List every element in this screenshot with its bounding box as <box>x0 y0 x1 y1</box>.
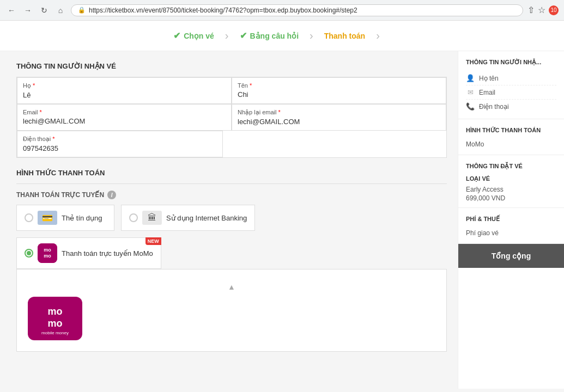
ho-input[interactable] <box>23 91 226 99</box>
form-row-email: Email * Nhập lại email * <box>17 104 446 131</box>
notification-badge: 10 <box>549 5 559 15</box>
step-arrow-2: › <box>310 29 313 42</box>
phone-input[interactable] <box>23 144 217 152</box>
phone-label: Điện thoại * <box>23 136 217 143</box>
sidebar-phi-giao-ve: Phí giao vé <box>466 228 556 238</box>
sidebar-price-value: 699,000 VND <box>466 194 556 202</box>
payment-option-momo[interactable]: mo mo Thanh toán trực tuyến MoMo NEW <box>16 237 161 269</box>
sidebar-loai-ve-value: Early Access <box>466 185 556 194</box>
step-label-thanh-toan: Thanh toán <box>324 32 365 40</box>
home-button[interactable]: ⌂ <box>54 4 66 16</box>
new-badge: NEW <box>145 237 161 245</box>
sidebar-payment-title: HÌNH THỨC THANH TOÁN <box>466 127 556 134</box>
momo-label: Thanh toán trực tuyến MoMo <box>62 249 153 258</box>
form-row-phone: Điện thoại * <box>17 131 446 157</box>
step-check-chon-ve: ✔ <box>173 30 180 41</box>
phone-icon: 📞 <box>466 102 475 111</box>
sidebar-loai-ve-label: Loại vé <box>466 175 556 182</box>
momo-logo-large: mo mo mobile money <box>28 297 82 340</box>
recipient-section-title: THÔNG TIN NGƯỜI NHẬN VÉ <box>16 62 447 70</box>
sidebar-ho-ten-label: Họ tên <box>479 75 499 82</box>
payment-options: 💳 Thẻ tín dụng 🏛 Sử dụng Internet Bankin… <box>16 205 447 231</box>
credit-card-icon: 💳 <box>38 211 57 225</box>
sidebar-email-label: Email <box>479 89 495 96</box>
step-check-bang-cau-hoi: ✔ <box>240 30 247 41</box>
momo-option-row: mo mo Thanh toán trực tuyến MoMo NEW <box>16 237 447 269</box>
step-thanh-toan: Thanh toán <box>324 32 365 40</box>
lock-icon: 🔒 <box>78 7 86 14</box>
momo-panel-chevron[interactable]: ▲ <box>28 283 435 291</box>
step-bang-cau-hoi: ✔ Bảng câu hỏi <box>240 30 299 41</box>
sidebar: THÔNG TIN NGƯỜI NHẬ... 👤 Họ tên ✉ Email … <box>458 51 564 389</box>
internet-banking-icon: 🏛 <box>142 211 162 225</box>
sidebar-fee-section: PHÍ & THUẾ Phí giao vé <box>458 208 564 244</box>
payment-divider <box>16 183 447 184</box>
sidebar-payment-section: HÌNH THỨC THANH TOÁN MoMo <box>458 119 564 155</box>
payment-option-credit-card[interactable]: 💳 Thẻ tín dụng <box>16 205 114 231</box>
payment-section-title: HÌNH THỨC THANH TOÁN <box>16 169 447 177</box>
browser-actions: ⇧ ☆ 10 <box>527 5 559 15</box>
credit-card-label: Thẻ tín dụng <box>62 214 102 222</box>
back-button[interactable]: ← <box>5 4 17 16</box>
svg-text:mo: mo <box>48 318 63 329</box>
sidebar-ho-ten: 👤 Họ tên <box>466 71 556 85</box>
browser-chrome: ← → ↻ ⌂ 🔒 https://ticketbox.vn/event/875… <box>0 0 564 21</box>
ten-label: Tên * <box>238 82 440 89</box>
momo-icon: mo mo <box>38 243 57 263</box>
sidebar-order-section: THÔNG TIN ĐẶT VÉ Loại vé Early Access 69… <box>458 155 564 208</box>
ten-input[interactable] <box>238 90 440 99</box>
url-text: https://ticketbox.vn/event/87500/ticket-… <box>89 7 357 14</box>
internet-banking-label: Sử dụng Internet Banking <box>166 214 247 222</box>
sidebar-phone-label: Điện thoại <box>479 103 509 111</box>
step-label-bang-cau-hoi: Bảng câu hỏi <box>250 32 299 40</box>
step-chon-ve: ✔ Chọn vé <box>173 30 214 41</box>
momo-radio[interactable] <box>25 249 33 258</box>
sidebar-order-title: THÔNG TIN ĐẶT VÉ <box>466 163 556 170</box>
momo-panel: ▲ mo mo mobile money <box>16 269 447 352</box>
form-field-ho: Họ * <box>17 77 232 104</box>
internet-banking-radio[interactable] <box>129 213 138 222</box>
sidebar-total-button[interactable]: Tổng cộng <box>458 244 564 268</box>
credit-card-radio[interactable] <box>25 213 33 222</box>
reload-button[interactable]: ↻ <box>38 4 50 16</box>
sidebar-email: ✉ Email <box>466 85 556 100</box>
email-icon: ✉ <box>466 88 475 96</box>
email-input[interactable] <box>23 117 226 125</box>
bookmark-button[interactable]: ☆ <box>538 5 545 15</box>
form-field-email-repeat: Nhập lại email * <box>232 104 446 131</box>
sidebar-fee-title: PHÍ & THUẾ <box>466 216 556 223</box>
step-arrow-1: › <box>225 29 229 42</box>
url-bar[interactable]: 🔒 https://ticketbox.vn/event/87500/ticke… <box>71 4 523 16</box>
sidebar-recipient-title: THÔNG TIN NGƯỜI NHẬ... <box>466 59 556 66</box>
form-row-name: Họ * Tên * <box>17 77 446 104</box>
forward-button[interactable]: → <box>22 4 34 16</box>
form-field-email: Email * <box>17 104 232 131</box>
form-field-phone: Điện thoại * <box>17 131 223 157</box>
svg-text:mo: mo <box>48 306 63 317</box>
email-repeat-label: Nhập lại email * <box>238 109 440 116</box>
sidebar-recipient-section: THÔNG TIN NGƯỜI NHẬ... 👤 Họ tên ✉ Email … <box>458 51 564 119</box>
steps-bar: ✔ Chọn vé › ✔ Bảng câu hỏi › Thanh toán … <box>0 21 564 51</box>
email-label: Email * <box>23 109 226 115</box>
step-arrow-3: › <box>376 29 380 42</box>
svg-text:mo: mo <box>44 253 51 259</box>
page-layout: THÔNG TIN NGƯỜI NHẬN VÉ Họ * Tên * <box>0 51 564 389</box>
online-payment-text: THANH TOÁN TRỰC TUYẾN <box>16 191 104 199</box>
step-label-chon-ve: Chọn vé <box>184 32 214 40</box>
payment-option-internet-banking[interactable]: 🏛 Sử dụng Internet Banking <box>121 205 255 231</box>
main-content: THÔNG TIN NGƯỜI NHẬN VÉ Họ * Tên * <box>0 51 458 389</box>
info-icon: i <box>107 191 116 199</box>
recipient-form: Họ * Tên * Email * <box>16 77 447 158</box>
person-icon: 👤 <box>466 74 475 82</box>
ho-label: Họ * <box>23 82 226 89</box>
online-payment-label: THANH TOÁN TRỰC TUYẾN i <box>16 191 447 199</box>
svg-text:mo: mo <box>44 247 51 253</box>
sidebar-phone: 📞 Điện thoại <box>466 100 556 113</box>
form-field-ten: Tên * <box>232 77 446 104</box>
sidebar-payment-method: MoMo <box>466 139 556 149</box>
share-button[interactable]: ⇧ <box>527 5 535 15</box>
svg-text:mobile money: mobile money <box>41 330 69 335</box>
email-repeat-input[interactable] <box>238 118 440 126</box>
